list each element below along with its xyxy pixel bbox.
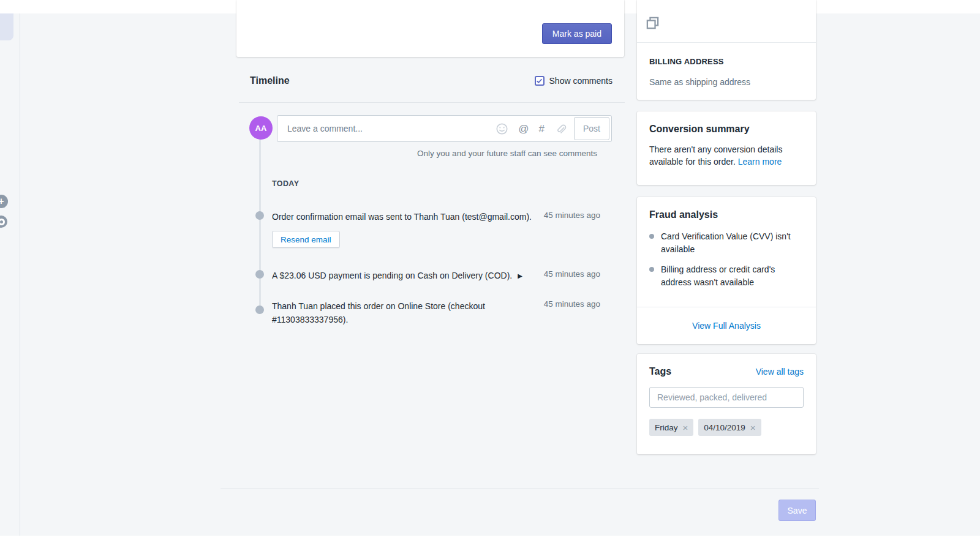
add-floating-button[interactable]: + xyxy=(0,195,8,208)
save-button[interactable]: Save xyxy=(778,500,816,521)
timeline-divider xyxy=(239,102,625,103)
billing-address-section: BILLING ADDRESS Same as shipping address xyxy=(637,43,816,87)
tags-list: Friday × 04/10/2019 × xyxy=(649,419,804,436)
show-comments-label: Show comments xyxy=(549,76,612,86)
fraud-analysis-card: Fraud analysis Card Verification Value (… xyxy=(637,197,816,344)
tags-input[interactable] xyxy=(649,387,804,408)
remove-tag-icon[interactable]: × xyxy=(750,423,756,432)
content-area: + Mark as paid Timeline Show comments AA xyxy=(0,13,980,536)
order-detail-page: + Mark as paid Timeline Show comments AA xyxy=(0,0,980,551)
tags-header: Tags View all tags xyxy=(649,366,804,377)
comment-privacy-note: Only you and your future staff can see c… xyxy=(311,149,597,158)
fraud-analysis-title: Fraud analysis xyxy=(649,209,804,220)
footer-divider xyxy=(221,489,819,489)
view-all-tags-link[interactable]: View all tags xyxy=(756,367,804,377)
timeline-event-text: Thanh Tuan placed this order on Online S… xyxy=(272,299,494,326)
timeline-title: Timeline xyxy=(250,75,290,86)
timeline-event-time: 45 minutes ago xyxy=(508,299,600,309)
post-button[interactable]: Post xyxy=(574,117,609,140)
timeline-day-label: TODAY xyxy=(272,179,299,188)
target-icon xyxy=(0,219,5,225)
timeline-line xyxy=(259,136,261,312)
conversion-summary-card: Conversion summary There aren't any conv… xyxy=(637,111,816,185)
timeline-event-time: 45 minutes ago xyxy=(508,269,600,279)
tag-label: Friday xyxy=(655,423,678,432)
resend-email-button[interactable]: Resend email xyxy=(272,231,340,248)
conversion-summary-title: Conversion summary xyxy=(649,124,804,135)
learn-more-link[interactable]: Learn more xyxy=(738,157,782,167)
fraud-indicator-text: Billing address or credit card's address… xyxy=(661,263,804,289)
emoji-icon[interactable] xyxy=(496,122,508,135)
customer-card: BILLING ADDRESS Same as shipping address xyxy=(637,0,816,100)
timeline-dot xyxy=(255,305,264,314)
duplicate-icon[interactable] xyxy=(646,16,660,30)
fraud-analysis-footer: View Full Analysis xyxy=(637,307,816,344)
payment-card: Mark as paid xyxy=(236,0,624,57)
fraud-indicator-text: Card Verification Value (CVV) isn't avai… xyxy=(661,230,804,256)
timeline-event-time: 45 minutes ago xyxy=(508,211,600,220)
bullet-icon xyxy=(649,234,654,239)
billing-address-heading: BILLING ADDRESS xyxy=(649,57,804,66)
avatar: AA xyxy=(249,116,273,140)
checkbox-checked-icon[interactable] xyxy=(535,76,545,86)
conversion-summary-body: There aren't any conversion details avai… xyxy=(649,143,804,168)
tag-pill[interactable]: Friday × xyxy=(649,419,693,436)
fraud-indicator-list: Card Verification Value (CVV) isn't avai… xyxy=(649,230,804,289)
view-full-analysis-link[interactable]: View Full Analysis xyxy=(692,321,761,331)
remove-tag-icon[interactable]: × xyxy=(683,423,688,432)
fraud-indicator-item: Billing address or credit card's address… xyxy=(649,263,804,289)
comment-composer: @ # Post xyxy=(277,115,612,142)
bullet-icon xyxy=(649,267,654,272)
plus-icon: + xyxy=(0,197,4,206)
tags-card: Tags View all tags Friday × 04/10/2019 × xyxy=(637,354,816,454)
nav-item-stub[interactable] xyxy=(0,13,13,40)
billing-address-value: Same as shipping address xyxy=(649,77,804,87)
customer-card-actions xyxy=(637,0,816,43)
timeline-header: Timeline Show comments xyxy=(250,69,612,93)
attachment-icon[interactable] xyxy=(554,122,567,135)
mention-icon[interactable]: @ xyxy=(518,124,529,134)
mark-as-paid-button[interactable]: Mark as paid xyxy=(542,23,612,44)
show-comments-toggle[interactable]: Show comments xyxy=(535,76,612,86)
tags-title: Tags xyxy=(649,366,671,377)
timeline-event-text-label: A $23.06 USD payment is pending on Cash … xyxy=(272,271,512,280)
hashtag-icon[interactable]: # xyxy=(539,124,545,134)
target-floating-button[interactable] xyxy=(0,216,7,228)
comment-toolbar: @ # xyxy=(496,122,567,135)
timeline-dot xyxy=(255,211,264,220)
tag-label: 04/10/2019 xyxy=(704,423,745,432)
left-panel-divider xyxy=(20,13,20,536)
tag-pill[interactable]: 04/10/2019 × xyxy=(698,419,761,436)
fraud-indicator-item: Card Verification Value (CVV) isn't avai… xyxy=(649,230,804,256)
fraud-analysis-body: Fraud analysis Card Verification Value (… xyxy=(637,197,816,307)
comment-input[interactable] xyxy=(287,124,496,133)
timeline-dot xyxy=(255,270,264,279)
